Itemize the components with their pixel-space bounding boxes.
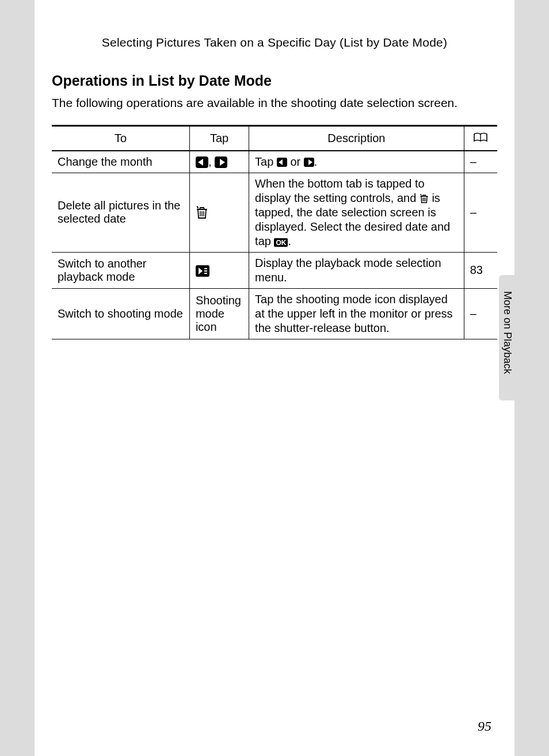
table-row: Switch to another playback mode Display …: [52, 252, 497, 288]
cell-to: Change the month: [52, 151, 189, 173]
cell-tap: Shooting mode icon: [189, 288, 249, 339]
document-page: Selecting Pictures Taken on a Specific D…: [35, 0, 514, 756]
table-row: Delete all pictures in the selected date: [52, 173, 497, 252]
section-title: Operations in List by Date Mode: [52, 72, 497, 89]
table-row: Change the month , Tap or . –: [52, 151, 497, 173]
table-row: Switch to shooting mode Shooting mode ic…: [52, 288, 497, 339]
playback-mode-icon: [196, 265, 209, 277]
cell-description: Tap the shooting mode icon displayed at …: [249, 288, 464, 339]
side-tab: More on Playback: [499, 275, 515, 400]
cell-description: When the bottom tab is tapped to display…: [249, 173, 464, 252]
cell-reference: –: [464, 151, 497, 173]
col-header-to: To: [52, 126, 189, 151]
operations-table: To Tap Description Change the month ,: [52, 125, 497, 339]
cell-tap: ,: [189, 151, 249, 173]
content-area: Operations in List by Date Mode The foll…: [35, 61, 514, 339]
table-header-row: To Tap Description: [52, 126, 497, 151]
col-header-tap: Tap: [189, 126, 249, 151]
col-header-reference: [464, 126, 497, 151]
desc-text: Tap: [255, 155, 277, 168]
cell-to: Delete all pictures in the selected date: [52, 173, 189, 252]
cell-reference: 83: [464, 252, 497, 288]
desc-text: .: [288, 235, 291, 247]
cell-description: Display the playback mode selection menu…: [249, 252, 464, 288]
cell-tap: [189, 252, 249, 288]
cell-to: Switch to another playback mode: [52, 252, 189, 288]
cell-description: Tap or .: [249, 151, 464, 173]
desc-text: .: [314, 155, 318, 168]
col-header-description: Description: [249, 126, 464, 151]
desc-text: When the bottom tab is tapped to display…: [255, 177, 425, 204]
arrow-right-icon: [304, 158, 314, 167]
arrow-right-icon: [215, 156, 227, 168]
arrow-left-icon: [277, 158, 287, 167]
desc-text: or: [287, 155, 304, 168]
ok-icon: OK: [274, 238, 288, 247]
section-intro: The following operations are available i…: [52, 95, 497, 111]
cell-reference: –: [464, 173, 497, 252]
arrow-left-icon: [196, 156, 208, 168]
cell-tap: [189, 173, 249, 252]
trash-icon: [420, 193, 429, 204]
trash-icon: [196, 205, 208, 219]
cell-reference: –: [464, 288, 497, 339]
cell-to: Switch to shooting mode: [52, 288, 189, 339]
page-number: 95: [478, 719, 491, 734]
book-icon: [473, 132, 488, 146]
running-header: Selecting Pictures Taken on a Specific D…: [35, 0, 514, 61]
